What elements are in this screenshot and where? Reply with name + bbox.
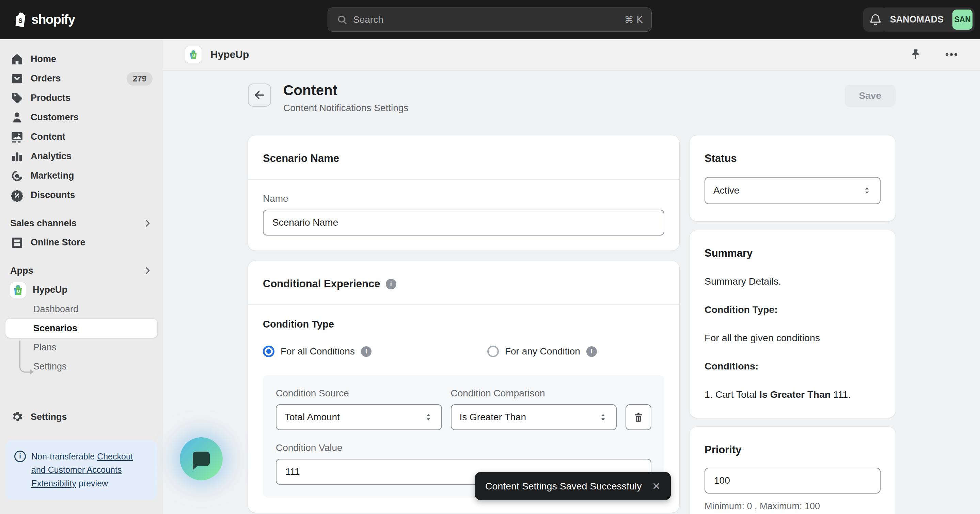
sidebar-item-label: Settings	[31, 412, 67, 422]
tree-connector-line	[19, 340, 32, 372]
sidebar-item-marketing[interactable]: Marketing	[5, 166, 158, 185]
condition-comparison-select[interactable]: Is Greater Than	[451, 404, 617, 430]
bell-icon	[869, 13, 882, 27]
priority-card: Priority Minimum: 0 , Maximum: 100	[690, 427, 896, 514]
back-button[interactable]	[248, 83, 271, 107]
sidebar-item-label: Home	[31, 54, 56, 64]
summary-condition-type-value: For all the given conditions	[705, 332, 881, 344]
updown-icon	[423, 412, 433, 422]
status-select[interactable]: Active	[705, 177, 881, 204]
home-icon	[10, 53, 24, 66]
name-label: Name	[263, 193, 664, 204]
orders-count-badge: 279	[127, 72, 153, 86]
radio-for-any-condition[interactable]: For any Condition i	[487, 346, 597, 357]
condition-value-label: Condition Value	[276, 442, 651, 453]
sidebar-item-label: Online Store	[31, 237, 86, 248]
chevron-right-icon	[142, 265, 153, 276]
shopify-logo: S shopify	[14, 11, 75, 28]
priority-input[interactable]	[705, 468, 881, 493]
hypeup-app-icon: U	[185, 46, 202, 63]
sidebar-item-label: Content	[31, 132, 65, 142]
app-header: U HypeUp	[163, 39, 980, 70]
sidebar-item-discounts[interactable]: Discounts	[5, 185, 158, 205]
summary-conditions-label: Conditions:	[705, 360, 881, 372]
scenario-card-title: Scenario Name	[248, 135, 679, 179]
sidebar-subitem-dashboard[interactable]: Dashboard	[5, 300, 158, 319]
sidebar-item-home[interactable]: Home	[5, 49, 158, 69]
support-chat-button[interactable]	[180, 437, 223, 480]
page: Content Content Notifications Settings S…	[163, 70, 980, 514]
svg-text:U: U	[17, 289, 20, 294]
notice-suffix: preview	[76, 479, 108, 488]
condition-type-label: Condition Type	[263, 319, 664, 330]
global-search[interactable]: ⌘ K	[328, 8, 652, 32]
account-name: SANOMADS	[881, 14, 952, 25]
sidebar-item-label: Customers	[31, 112, 79, 123]
orders-icon	[10, 72, 24, 86]
scenario-name-input[interactable]	[263, 210, 664, 236]
toast-close-icon[interactable]: ✕	[652, 480, 660, 492]
pin-icon	[909, 48, 922, 61]
sidebar-item-settings[interactable]: Settings	[5, 407, 158, 427]
summary-details: Summary Details.	[705, 275, 881, 288]
arrow-left-icon	[253, 89, 266, 101]
updown-icon	[598, 412, 608, 422]
bar-chart-icon	[10, 150, 24, 163]
updown-icon	[862, 186, 872, 195]
chevron-right-icon	[142, 218, 153, 228]
hypeup-app-icon: U	[10, 282, 26, 298]
ellipsis-icon	[944, 47, 959, 62]
summary-title: Summary	[705, 247, 881, 259]
svg-text:S: S	[18, 17, 22, 24]
sidebar-subitem-scenarios[interactable]: Scenarios	[5, 319, 158, 338]
page-title: Content	[283, 82, 408, 99]
sidebar-item-content[interactable]: Content	[5, 127, 158, 147]
search-icon	[337, 14, 348, 25]
search-shortcut: ⌘ K	[625, 14, 643, 25]
sidebar-item-label: Analytics	[31, 151, 72, 161]
page-subtitle: Content Notifications Settings	[283, 102, 408, 113]
sidebar-item-label: Products	[31, 93, 70, 103]
app-header-title: HypeUp	[210, 49, 249, 60]
sidebar-item-label: Marketing	[31, 171, 74, 181]
avatar: SAN	[952, 10, 972, 30]
save-button[interactable]: Save	[845, 85, 896, 107]
radio-for-all-conditions[interactable]: For all Conditions i	[263, 346, 372, 357]
toast-message: Content Settings Saved Successfuly	[485, 480, 641, 492]
shopify-wordmark: shopify	[31, 12, 75, 27]
info-icon[interactable]: i	[361, 346, 372, 357]
delete-condition-button[interactable]	[625, 404, 651, 430]
condition-source-select[interactable]: Total Amount	[276, 404, 442, 430]
info-icon: i	[14, 450, 26, 462]
sidebar-item-analytics[interactable]: Analytics	[5, 147, 158, 166]
status-card: Status Active	[690, 135, 896, 221]
sidebar-item-orders[interactable]: Orders 279	[5, 69, 158, 88]
sidebar-item-label: HypeUp	[33, 285, 67, 295]
trash-icon	[633, 412, 644, 423]
sidebar-item-label: Orders	[31, 73, 61, 84]
conditional-card-title: Conditional Experience	[263, 278, 380, 290]
target-icon	[10, 169, 24, 183]
radio-unselected-icon	[487, 346, 499, 357]
person-icon	[10, 111, 24, 125]
search-input[interactable]	[353, 14, 625, 25]
sidebar: Home Orders 279 Products Customers Conte…	[0, 39, 163, 514]
sidebar-section-sales-channels[interactable]: Sales channels	[5, 214, 158, 233]
scenario-name-card: Scenario Name Name	[248, 135, 679, 251]
status-title: Status	[705, 152, 881, 164]
sidebar-section-apps[interactable]: Apps	[5, 261, 158, 280]
condition-source-label: Condition Source	[276, 388, 442, 399]
info-icon[interactable]: i	[386, 279, 396, 289]
tag-icon	[10, 91, 24, 105]
sidebar-item-label: Discounts	[31, 190, 75, 200]
more-options-button[interactable]	[944, 47, 959, 62]
pin-app-button[interactable]	[909, 48, 922, 61]
info-icon[interactable]: i	[586, 346, 597, 357]
svg-text:U: U	[192, 54, 195, 57]
sidebar-item-customers[interactable]: Customers	[5, 108, 158, 127]
discount-icon	[10, 188, 24, 202]
sidebar-item-products[interactable]: Products	[5, 88, 158, 108]
sidebar-item-hypeup-app[interactable]: U HypeUp	[5, 280, 158, 300]
sidebar-item-online-store[interactable]: Online Store	[5, 233, 158, 252]
account-menu[interactable]: SANOMADS SAN	[881, 8, 975, 32]
